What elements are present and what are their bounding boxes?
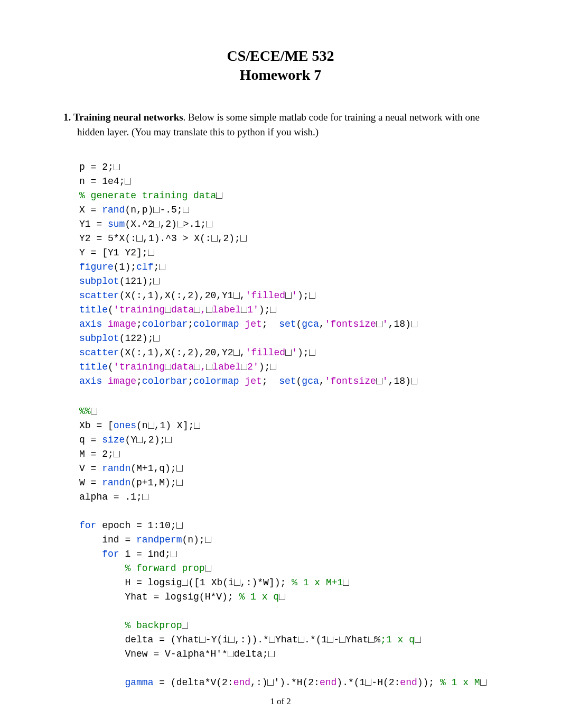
code-block-1: p = 2; n = 1e4; % generate training data… bbox=[79, 160, 498, 389]
problem-topic: Training neural networks bbox=[73, 112, 183, 123]
problem-statement: 1. Training neural networks. Below is so… bbox=[63, 110, 498, 139]
page-footer: 1 of 2 bbox=[0, 696, 561, 707]
problem-number: 1. bbox=[63, 112, 71, 123]
page-subtitle: Homework 7 bbox=[63, 67, 498, 84]
code-block-2: %% Xb = [ones(n,1) X]; q = size(Y,2); M … bbox=[79, 404, 498, 690]
page-title: CS/ECE/ME 532 bbox=[63, 48, 498, 64]
